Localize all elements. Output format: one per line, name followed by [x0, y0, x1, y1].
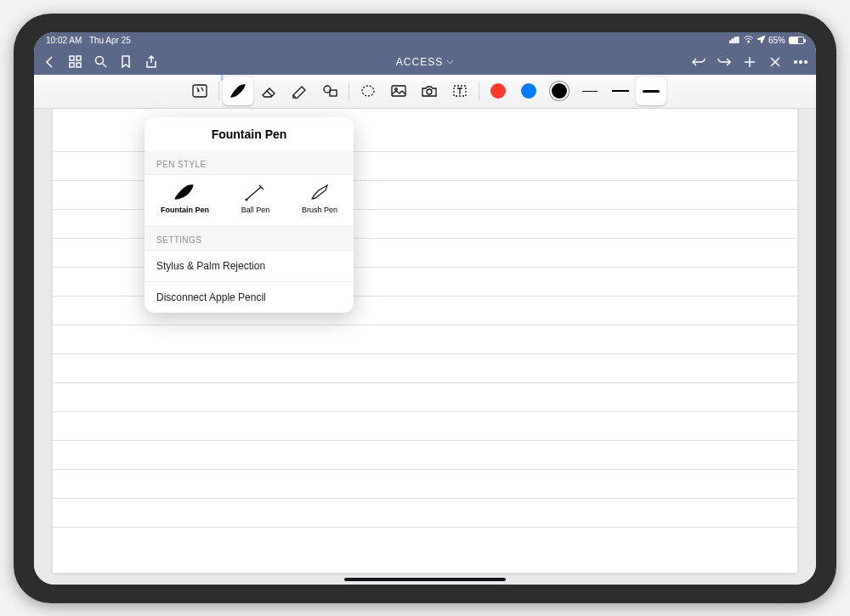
grid-view-button[interactable]: [68, 55, 82, 69]
search-button[interactable]: [94, 55, 107, 69]
cellular-icon: [729, 36, 740, 45]
pen-popover: Fountain Pen PEN STYLE Fountain Pen Ball…: [144, 117, 354, 313]
row-label: Disconnect Apple Pencil: [156, 291, 266, 303]
pen-style-fountain[interactable]: Fountain Pen: [156, 180, 214, 218]
stroke-thick[interactable]: [636, 76, 666, 105]
bluetooth-icon: ᛒ: [220, 74, 224, 82]
color-black[interactable]: [544, 76, 575, 105]
svg-point-16: [362, 86, 374, 96]
close-editing-button[interactable]: [768, 55, 782, 69]
undo-button[interactable]: [692, 55, 706, 69]
toolbar-divider: [348, 82, 349, 100]
share-button[interactable]: [144, 55, 158, 69]
pen-style-label: Fountain Pen: [161, 206, 209, 214]
pen-tool[interactable]: ᛒ: [223, 76, 253, 105]
color-red[interactable]: [483, 76, 513, 105]
svg-rect-13: [193, 85, 207, 97]
eraser-tool[interactable]: [253, 76, 284, 105]
color-blue[interactable]: [513, 76, 544, 105]
svg-point-9: [95, 57, 103, 65]
pen-style-label: Brush Pen: [302, 206, 337, 214]
battery-percent: 65%: [768, 36, 785, 45]
add-page-button[interactable]: [743, 55, 756, 69]
text-tool[interactable]: [445, 76, 475, 105]
toolbar-divider: [218, 82, 219, 100]
svg-point-21: [246, 199, 247, 201]
stroke-medium[interactable]: [605, 76, 636, 105]
pen-style-ball[interactable]: Ball Pen: [236, 180, 275, 218]
back-button[interactable]: [42, 55, 56, 69]
image-tool[interactable]: [383, 76, 414, 105]
toolbar-divider: [479, 82, 479, 100]
svg-rect-6: [76, 56, 81, 60]
svg-point-19: [427, 89, 432, 94]
svg-point-10: [795, 60, 797, 63]
device-frame: 10:02 AM Thu Apr 25 65%: [14, 14, 836, 603]
svg-rect-8: [76, 63, 81, 67]
favorites-tool[interactable]: [184, 76, 215, 105]
battery-icon: [789, 37, 804, 44]
chevron-down-icon: [446, 59, 454, 65]
pen-style-brush[interactable]: Brush Pen: [297, 180, 343, 218]
status-date: Thu Apr 25: [89, 36, 131, 45]
svg-rect-3: [737, 37, 739, 43]
status-bar: 10:02 AM Thu Apr 25 65%: [34, 32, 816, 49]
status-time: 10:02 AM: [46, 36, 82, 45]
settings-section-label: SETTINGS: [144, 227, 354, 250]
app-navbar: ACCESS: [34, 49, 816, 75]
document-title: ACCESS: [396, 56, 443, 68]
tool-toolbar: ᛒ: [34, 75, 816, 109]
bookmark-button[interactable]: [119, 55, 133, 69]
pen-style-row: Fountain Pen Ball Pen Brush Pen: [144, 174, 354, 227]
svg-rect-2: [734, 37, 736, 43]
svg-point-18: [394, 88, 397, 91]
shapes-tool[interactable]: [314, 76, 345, 105]
pen-style-label: Ball Pen: [241, 206, 270, 214]
screen: 10:02 AM Thu Apr 25 65%: [34, 32, 816, 585]
svg-rect-1: [732, 39, 734, 43]
svg-rect-0: [729, 41, 731, 43]
svg-point-11: [800, 60, 802, 63]
svg-point-4: [747, 41, 749, 42]
stylus-palm-rejection-row[interactable]: Stylus & Palm Rejection: [144, 250, 354, 281]
svg-point-12: [805, 60, 808, 63]
svg-rect-15: [330, 90, 337, 96]
location-icon: [757, 36, 765, 45]
svg-rect-17: [392, 86, 405, 96]
svg-rect-7: [70, 63, 74, 67]
wifi-icon: [743, 36, 754, 45]
home-indicator[interactable]: [344, 578, 506, 581]
disconnect-pencil-row[interactable]: Disconnect Apple Pencil: [144, 281, 354, 313]
pen-style-section-label: PEN STYLE: [144, 151, 354, 174]
document-title-button[interactable]: ACCESS: [396, 56, 454, 68]
lasso-tool[interactable]: [353, 76, 383, 105]
stroke-thin[interactable]: [575, 76, 605, 105]
camera-tool[interactable]: [414, 76, 445, 105]
popover-title: Fountain Pen: [144, 117, 354, 151]
status-left: 10:02 AM Thu Apr 25: [46, 36, 136, 45]
more-button[interactable]: [794, 55, 808, 69]
redo-button[interactable]: [717, 55, 731, 69]
status-right: 65%: [729, 36, 804, 45]
highlighter-tool[interactable]: [284, 76, 314, 105]
row-label: Stylus & Palm Rejection: [156, 260, 265, 272]
svg-rect-5: [70, 56, 74, 60]
